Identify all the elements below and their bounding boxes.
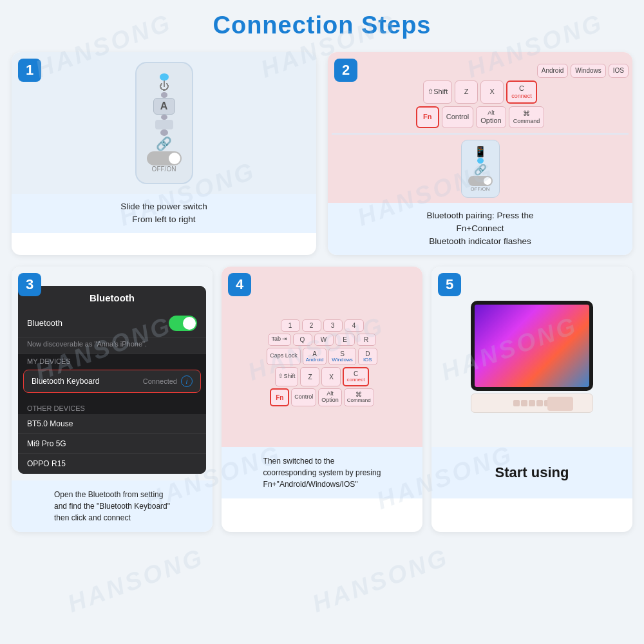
step4-keyboard: 1 2 3 4 Tab ⇥ Q W E R Caps Lock AAndroid bbox=[227, 319, 417, 408]
device-rect bbox=[155, 120, 173, 129]
bluetooth-settings-panel: Bluetooth Bluetooth Now discoverable as … bbox=[18, 286, 206, 474]
device-power-icon: ⏻ bbox=[159, 80, 169, 92]
kb-e: E bbox=[336, 334, 355, 346]
kb-ctrl: Control bbox=[291, 388, 316, 406]
bt-other-2[interactable]: Mi9 Pro 5G bbox=[18, 434, 206, 454]
bt-panel-title: Bluetooth bbox=[18, 286, 206, 310]
tiny-key-4 bbox=[536, 400, 543, 406]
tablet-with-keyboard bbox=[471, 301, 593, 413]
step2-row2: ⇧Shift Z X Cconnect bbox=[332, 80, 629, 104]
kb-shift: ⇧Shift bbox=[275, 367, 298, 386]
step-5-number: 5 bbox=[438, 273, 461, 296]
small-device-icon: 📱 bbox=[474, 146, 487, 158]
kb-1: 1 bbox=[281, 319, 300, 332]
step-5-image: 5 bbox=[431, 267, 632, 447]
device-key-a: A bbox=[153, 98, 175, 115]
kb-cmd: ⌘Command bbox=[344, 388, 374, 406]
device-dot3 bbox=[160, 129, 168, 136]
bt-other-3[interactable]: OPPO R15 bbox=[18, 454, 206, 474]
small-device-switch bbox=[468, 176, 493, 186]
kb-number-row: 1 2 3 4 bbox=[227, 319, 417, 332]
step-4-image: 4 1 2 3 4 Tab ⇥ Q W E R bbox=[222, 267, 422, 447]
step-2-desc: Bluetooth pairing: Press the Fn+Connect … bbox=[328, 203, 632, 255]
small-device-knob bbox=[484, 177, 491, 185]
kb-fn-row: Fn Control AltOption ⌘Command bbox=[227, 388, 417, 406]
step-5-card: 5 bbox=[431, 267, 632, 532]
kb-qwer-row: Tab ⇥ Q W E R bbox=[227, 334, 417, 346]
bt-my-devices-label: MY DEVICES bbox=[18, 354, 206, 367]
step-3-card: 3 Bluetooth Bluetooth Now discoverable a… bbox=[12, 267, 213, 532]
key-z: Z bbox=[455, 80, 478, 104]
tiny-key-1 bbox=[513, 400, 520, 406]
key-android: Android bbox=[537, 64, 568, 78]
tiny-key-2 bbox=[521, 400, 527, 406]
bt-other-devices-label: OTHER DEVICES bbox=[18, 401, 206, 414]
step-1-image: 1 ⏻ A 🔗 OFF/ON bbox=[12, 52, 316, 194]
page-title: Connection Steps bbox=[0, 0, 644, 46]
step-1-card: 1 ⏻ A 🔗 OFF/ON Slide the power switch Fr… bbox=[12, 52, 316, 255]
kb-c: Cconnect bbox=[343, 367, 368, 386]
step2-system-keys: Android Windows IOS bbox=[332, 64, 629, 78]
step2-device-bottom: 📱 🔗 OFF/ON bbox=[461, 140, 500, 203]
device-switch bbox=[147, 151, 182, 166]
device-link-icon: 🔗 bbox=[156, 136, 172, 151]
bt-spacer bbox=[18, 395, 206, 401]
step-3-number: 3 bbox=[18, 273, 41, 296]
step-4-card: 4 1 2 3 4 Tab ⇥ Q W E R bbox=[222, 267, 422, 532]
tablet-screen bbox=[471, 301, 593, 391]
tiny-key-3 bbox=[529, 400, 535, 406]
key-command: ⌘Command bbox=[509, 106, 545, 128]
kb-alt-option: AltOption bbox=[318, 388, 342, 406]
bt-label: Bluetooth bbox=[27, 318, 62, 328]
device-led bbox=[160, 73, 169, 80]
trackpad bbox=[547, 397, 573, 411]
step-1-number: 1 bbox=[18, 59, 41, 82]
device-switch-knob bbox=[169, 153, 180, 164]
key-c-connect: Cconnect bbox=[506, 80, 537, 104]
bt-keyboard-device[interactable]: Bluetooth Keyboard Connected i bbox=[23, 370, 201, 393]
device-illustration: ⏻ A 🔗 OFF/ON bbox=[135, 62, 193, 184]
key-shift: ⇧Shift bbox=[423, 80, 452, 104]
kb-3: 3 bbox=[323, 319, 343, 332]
step-2-card: 2 Android Windows IOS ⇧Shift Z X Cconnec… bbox=[328, 52, 632, 255]
bt-toggle-row: Bluetooth bbox=[18, 310, 206, 337]
kb-zxc-row: ⇧Shift Z X Cconnect bbox=[227, 367, 417, 386]
step-3-image: 3 Bluetooth Bluetooth Now discoverable a… bbox=[12, 267, 213, 480]
steps-bottom-grid: 3 Bluetooth Bluetooth Now discoverable a… bbox=[0, 267, 644, 538]
kb-x: X bbox=[321, 367, 341, 386]
step-2-image: 2 Android Windows IOS ⇧Shift Z X Cconnec… bbox=[328, 52, 632, 203]
kb-d: DIOS bbox=[358, 348, 377, 366]
kb-q: Q bbox=[293, 334, 312, 346]
bt-discoverable-text: Now discoverable as "Anna's iPhone". bbox=[18, 337, 206, 354]
tablet-scene bbox=[464, 294, 600, 419]
small-device-led bbox=[477, 158, 484, 164]
steps-top-grid: 1 ⏻ A 🔗 OFF/ON Slide the power switch Fr… bbox=[0, 46, 644, 267]
step-1-desc: Slide the power switch From left to righ… bbox=[12, 194, 316, 233]
small-device-label: OFF/ON bbox=[470, 186, 489, 192]
kb-tab: Tab ⇥ bbox=[268, 334, 290, 346]
kb-keys-tiny bbox=[513, 400, 551, 406]
key-x: X bbox=[480, 80, 504, 104]
kb-4: 4 bbox=[345, 319, 364, 332]
step2-divider bbox=[332, 133, 629, 135]
device-offon-label: OFF/ON bbox=[152, 166, 176, 173]
bt-other-1[interactable]: BT5.0 Mouse bbox=[18, 414, 206, 434]
bt-toggle[interactable] bbox=[169, 316, 197, 331]
bt-device-name: Bluetooth Keyboard bbox=[32, 377, 99, 386]
kb-asd-row: Caps Lock AAndroid SWindows DIOS bbox=[227, 348, 417, 366]
step2-row3: Fn Control AltOption ⌘Command bbox=[332, 106, 629, 128]
step-5-desc: Start using bbox=[431, 447, 632, 498]
device-dot1 bbox=[161, 92, 167, 97]
key-option: AltOption bbox=[476, 106, 506, 128]
bt-device-status: Connected bbox=[143, 377, 177, 385]
key-fn: Fn bbox=[416, 106, 439, 128]
tablet-wallpaper bbox=[475, 305, 589, 387]
step-2-number: 2 bbox=[334, 59, 357, 82]
keyboard-base bbox=[471, 393, 593, 413]
kb-w: W bbox=[314, 334, 334, 346]
kb-2: 2 bbox=[302, 319, 321, 332]
device-dot2 bbox=[161, 115, 167, 120]
step2-keys-top: Android Windows IOS ⇧Shift Z X Cconnect … bbox=[332, 59, 629, 128]
kb-fn: Fn bbox=[270, 388, 289, 406]
bt-info-icon[interactable]: i bbox=[181, 375, 193, 387]
